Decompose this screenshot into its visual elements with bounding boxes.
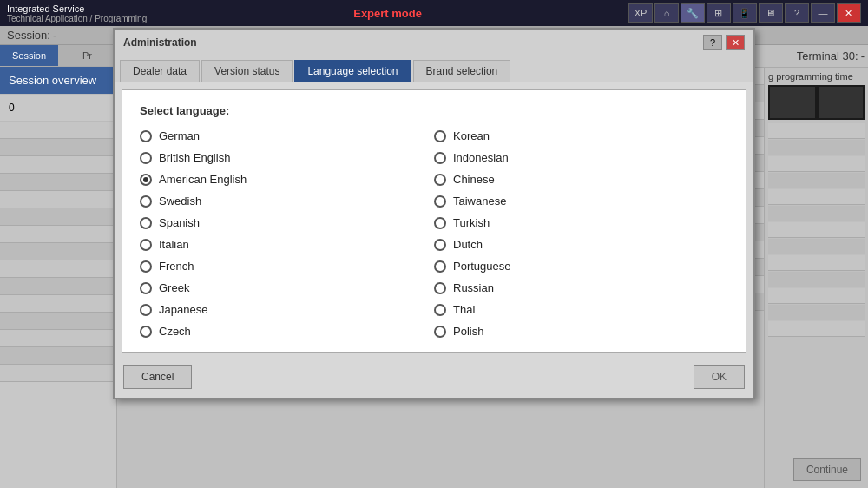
lang-option-thai[interactable]: Thai <box>434 303 728 316</box>
expert-mode-label: Expert mode <box>353 7 422 20</box>
lang-option-british-english[interactable]: British English <box>140 151 434 164</box>
lang-label-greek: Greek <box>159 281 189 294</box>
sidebar-tabs: Session Pr <box>0 45 116 67</box>
lang-option-italian[interactable]: Italian <box>140 238 434 251</box>
radio-portuguese[interactable] <box>434 260 446 273</box>
lang-option-czech[interactable]: Czech <box>140 325 434 338</box>
lang-option-swedish[interactable]: Swedish <box>140 195 434 208</box>
admin-help-button[interactable]: ? <box>703 35 722 50</box>
tab-dealer-data[interactable]: Dealer data <box>120 60 200 82</box>
stripe <box>0 330 116 347</box>
app-title: Integrated Service <box>7 3 147 14</box>
radio-polish[interactable] <box>434 326 446 338</box>
admin-dialog: Administration ? ✕ Dealer data Version s… <box>113 28 755 399</box>
lang-label-czech: Czech <box>159 325 191 338</box>
cancel-button[interactable]: Cancel <box>123 365 192 389</box>
lang-option-indonesian[interactable]: Indonesian <box>434 151 728 164</box>
stripe <box>0 139 116 156</box>
mobile-button[interactable]: 📱 <box>733 3 757 23</box>
select-language-title: Select language: <box>140 104 728 117</box>
lang-label-japanese: Japanese <box>159 303 207 316</box>
radio-greek[interactable] <box>140 282 152 294</box>
lang-option-polish[interactable]: Polish <box>434 325 728 338</box>
stripe <box>0 156 116 174</box>
radio-indonesian[interactable] <box>434 152 446 164</box>
terminal-box <box>768 85 865 120</box>
session-label: Session: - <box>7 29 56 42</box>
lang-option-japanese[interactable]: Japanese <box>140 303 434 316</box>
lang-option-korean[interactable]: Korean <box>434 129 728 142</box>
tab-language-selection[interactable]: Language selection <box>294 60 411 82</box>
tab-brand-selection[interactable]: Brand selection <box>413 60 511 82</box>
radio-taiwanese[interactable] <box>434 195 446 208</box>
language-panel: Select language: German Korean British E… <box>122 89 746 353</box>
radio-british-english[interactable] <box>140 152 152 164</box>
lang-option-greek[interactable]: Greek <box>140 281 434 294</box>
lang-label-korean: Korean <box>453 129 490 142</box>
prog-time-label: g programming time <box>768 71 865 82</box>
terminal-half-right <box>819 87 864 118</box>
close-window-button[interactable]: ✕ <box>837 3 861 23</box>
lang-option-russian[interactable]: Russian <box>434 281 728 294</box>
lang-label-british-english: British English <box>159 151 230 164</box>
stripe <box>0 122 116 139</box>
lang-option-french[interactable]: French <box>140 260 434 273</box>
radio-russian[interactable] <box>434 282 446 294</box>
continue-button[interactable]: Continue <box>793 458 861 481</box>
lang-label-italian: Italian <box>159 238 189 251</box>
tools-button[interactable]: 🔧 <box>681 3 705 23</box>
lang-option-dutch[interactable]: Dutch <box>434 238 728 251</box>
radio-turkish[interactable] <box>434 217 446 229</box>
stripe <box>0 347 116 365</box>
lang-option-spanish[interactable]: Spanish <box>140 216 434 229</box>
radio-czech[interactable] <box>140 326 152 338</box>
radio-spanish[interactable] <box>140 217 152 229</box>
app-info: Integrated Service Technical Application… <box>7 3 147 23</box>
lang-option-american-english[interactable]: American English <box>140 173 434 186</box>
radio-german[interactable] <box>140 130 152 142</box>
radio-japanese[interactable] <box>140 304 152 316</box>
radio-american-english[interactable] <box>140 174 152 186</box>
lang-label-dutch: Dutch <box>453 238 483 251</box>
admin-title-buttons: ? ✕ <box>703 35 745 50</box>
lang-label-portuguese: Portuguese <box>453 260 511 273</box>
lang-option-turkish[interactable]: Turkish <box>434 216 728 229</box>
language-grid: German Korean British English Indonesian… <box>140 129 728 338</box>
radio-french[interactable] <box>140 260 152 273</box>
sidebar-item-session-overview[interactable]: Session overview <box>0 67 116 95</box>
lang-label-swedish: Swedish <box>159 195 201 208</box>
radio-italian[interactable] <box>140 239 152 251</box>
stripe <box>0 208 116 226</box>
admin-close-button[interactable]: ✕ <box>726 35 745 50</box>
right-bottom-stripes <box>768 123 865 455</box>
radio-chinese[interactable] <box>434 174 446 186</box>
screen-button[interactable]: 🖥 <box>759 3 783 23</box>
grid-button[interactable]: ⊞ <box>707 3 731 23</box>
home-button[interactable]: ⌂ <box>654 3 679 23</box>
radio-dutch[interactable] <box>434 239 446 251</box>
radio-korean[interactable] <box>434 130 446 142</box>
ok-button[interactable]: OK <box>694 365 745 389</box>
sidebar-tab-pr[interactable]: Pr <box>58 45 116 67</box>
lang-label-indonesian: Indonesian <box>453 151 509 164</box>
admin-dialog-title: Administration <box>123 36 197 49</box>
sidebar: Session Pr Session overview 0 <box>0 45 117 488</box>
terminal-label: Terminal 30: - <box>797 49 865 63</box>
continue-area: Continue <box>768 455 865 485</box>
lang-option-chinese[interactable]: Chinese <box>434 173 728 186</box>
lang-option-taiwanese[interactable]: Taiwanese <box>434 195 728 208</box>
xp-button[interactable]: XP <box>628 3 653 23</box>
lang-option-portuguese[interactable]: Portuguese <box>434 260 728 273</box>
sidebar-tab-session[interactable]: Session <box>0 45 58 67</box>
help-button[interactable]: ? <box>785 3 809 23</box>
radio-swedish[interactable] <box>140 195 152 208</box>
tab-version-status[interactable]: Version status <box>201 60 293 82</box>
sidebar-item-code[interactable]: 0 <box>0 95 116 122</box>
radio-thai[interactable] <box>434 304 446 316</box>
sidebar-stripes <box>0 122 116 488</box>
minimize-button[interactable]: — <box>811 3 835 23</box>
lang-label-chinese: Chinese <box>453 173 495 186</box>
lang-option-german[interactable]: German <box>140 129 434 142</box>
lang-label-thai: Thai <box>453 303 475 316</box>
lang-label-french: French <box>159 260 194 273</box>
